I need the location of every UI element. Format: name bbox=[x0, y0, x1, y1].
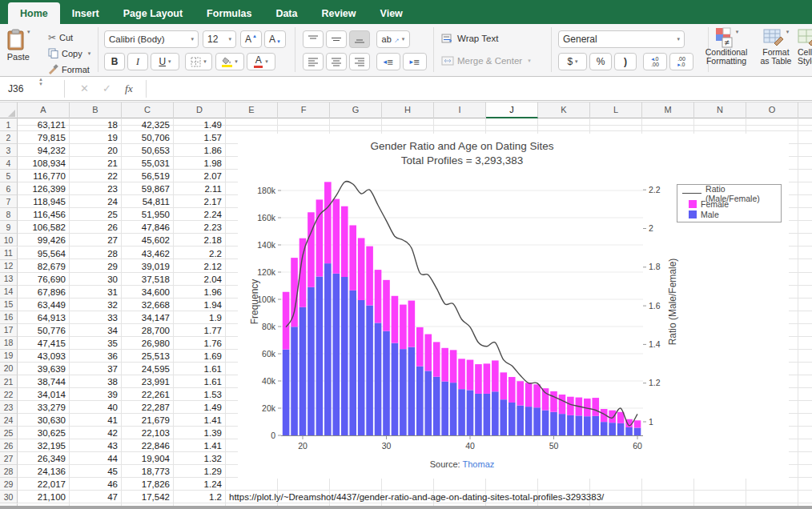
column-header-K[interactable]: K bbox=[538, 102, 590, 118]
row-header-8[interactable]: 8 bbox=[0, 208, 18, 221]
cell-D24[interactable]: 1.41 bbox=[174, 414, 226, 427]
tab-data[interactable]: Data bbox=[263, 2, 309, 24]
tab-home[interactable]: Home bbox=[8, 2, 60, 24]
cell-A29[interactable]: 22,017 bbox=[18, 478, 70, 491]
cell-A12[interactable]: 82,679 bbox=[18, 260, 70, 273]
align-bottom-button[interactable] bbox=[349, 30, 370, 48]
cell-D26[interactable]: 1.41 bbox=[174, 439, 226, 452]
cell-C4[interactable]: 55,031 bbox=[122, 157, 174, 170]
cell-C2[interactable]: 50,706 bbox=[122, 131, 174, 144]
column-header-B[interactable]: B bbox=[70, 102, 122, 118]
cell-D8[interactable]: 2.24 bbox=[174, 208, 226, 221]
cell-C9[interactable]: 47,846 bbox=[122, 221, 174, 234]
cell-B18[interactable]: 35 bbox=[70, 337, 122, 350]
cell-B29[interactable]: 46 bbox=[70, 478, 122, 491]
cell-A5[interactable]: 116,770 bbox=[18, 170, 70, 182]
copy-button[interactable]: Copy ▾ bbox=[48, 48, 90, 58]
comma-format-button[interactable]: ) bbox=[614, 53, 637, 70]
cell-C27[interactable]: 19,904 bbox=[122, 452, 174, 465]
cell-A28[interactable]: 24,136 bbox=[18, 465, 70, 478]
cell-D23[interactable]: 1.49 bbox=[174, 401, 226, 414]
cell-B14[interactable]: 31 bbox=[70, 286, 122, 299]
row-header-3[interactable]: 3 bbox=[0, 144, 18, 157]
cell-B10[interactable]: 27 bbox=[70, 234, 122, 246]
cell-A24[interactable]: 30,630 bbox=[18, 414, 70, 427]
increase-indent-button[interactable]: ▸≣ bbox=[403, 53, 427, 70]
cell-C12[interactable]: 39,019 bbox=[122, 260, 174, 273]
cell-A20[interactable]: 39,639 bbox=[18, 363, 70, 375]
cell-B26[interactable]: 43 bbox=[70, 439, 122, 452]
enter-button[interactable]: ✓ bbox=[103, 77, 111, 100]
column-header-N[interactable]: N bbox=[694, 102, 746, 118]
font-color-button[interactable]: A ▾ bbox=[247, 53, 275, 70]
cell-B25[interactable]: 42 bbox=[70, 427, 122, 439]
merge-center-button[interactable]: Merge & Center ▾ bbox=[441, 56, 531, 66]
cell-B6[interactable]: 23 bbox=[70, 182, 122, 195]
tab-review[interactable]: Review bbox=[309, 2, 368, 24]
cell-C21[interactable]: 23,991 bbox=[122, 375, 174, 388]
cell-B27[interactable]: 44 bbox=[70, 452, 122, 465]
row-header-16[interactable]: 16 bbox=[0, 311, 18, 324]
cell-B11[interactable]: 28 bbox=[70, 247, 122, 260]
column-header-C[interactable]: C bbox=[122, 102, 174, 118]
cell-C8[interactable]: 51,950 bbox=[122, 208, 174, 221]
cell-B19[interactable]: 36 bbox=[70, 350, 122, 363]
cell-A25[interactable]: 30,625 bbox=[18, 427, 70, 439]
row-header-29[interactable]: 29 bbox=[0, 478, 18, 491]
cell-A13[interactable]: 76,690 bbox=[18, 273, 70, 286]
cell-D25[interactable]: 1.39 bbox=[174, 427, 226, 439]
cell-D9[interactable]: 2.23 bbox=[174, 221, 226, 234]
cell-D4[interactable]: 1.98 bbox=[174, 157, 226, 170]
row-header-18[interactable]: 18 bbox=[0, 337, 18, 350]
decrease-indent-button[interactable]: ◂≣ bbox=[376, 53, 400, 70]
cell-C29[interactable]: 17,826 bbox=[122, 478, 174, 491]
cell-D16[interactable]: 1.9 bbox=[174, 311, 226, 324]
cell-D22[interactable]: 1.53 bbox=[174, 388, 226, 401]
align-right-button[interactable] bbox=[349, 53, 370, 70]
cell-C22[interactable]: 22,261 bbox=[122, 388, 174, 401]
cell-A3[interactable]: 94,232 bbox=[18, 144, 70, 157]
cell-D6[interactable]: 2.11 bbox=[174, 182, 226, 195]
cell-C3[interactable]: 50,653 bbox=[122, 144, 174, 157]
cell-A26[interactable]: 32,195 bbox=[18, 439, 70, 452]
cell-A11[interactable]: 95,564 bbox=[18, 247, 70, 260]
cell-D3[interactable]: 1.86 bbox=[174, 144, 226, 157]
cell-A27[interactable]: 26,349 bbox=[18, 452, 70, 465]
cell-C19[interactable]: 25,513 bbox=[122, 350, 174, 363]
tab-formulas[interactable]: Formulas bbox=[195, 2, 263, 24]
cell-C25[interactable]: 22,103 bbox=[122, 427, 174, 439]
row-header-24[interactable]: 24 bbox=[0, 414, 18, 427]
cell-C10[interactable]: 45,602 bbox=[122, 234, 174, 246]
column-header-G[interactable]: G bbox=[330, 102, 382, 118]
row-header-9[interactable]: 9 bbox=[0, 221, 18, 234]
cell-C18[interactable]: 26,980 bbox=[122, 337, 174, 350]
cell-A18[interactable]: 47,415 bbox=[18, 337, 70, 350]
column-header-E[interactable]: E bbox=[226, 102, 278, 118]
cell-D14[interactable]: 1.96 bbox=[174, 286, 226, 299]
cell-C5[interactable]: 56,519 bbox=[122, 170, 174, 182]
column-header-M[interactable]: M bbox=[642, 102, 694, 118]
grow-font-button[interactable]: A▲ bbox=[240, 30, 262, 48]
conditional-formatting-button[interactable]: ≠ ▾ Conditional Formatting bbox=[700, 27, 753, 66]
cell-C13[interactable]: 37,518 bbox=[122, 273, 174, 286]
row-header-13[interactable]: 13 bbox=[0, 273, 18, 286]
cell-D17[interactable]: 1.77 bbox=[174, 324, 226, 337]
cell-A30[interactable]: 21,100 bbox=[18, 491, 70, 503]
borders-button[interactable]: ▾ bbox=[185, 53, 212, 70]
cell-D13[interactable]: 2.04 bbox=[174, 273, 226, 286]
cell-C20[interactable]: 24,595 bbox=[122, 363, 174, 375]
column-header-H[interactable]: H bbox=[382, 102, 434, 118]
underline-button[interactable]: U ▾ bbox=[151, 53, 179, 70]
cell-B5[interactable]: 22 bbox=[70, 170, 122, 182]
row-header-25[interactable]: 25 bbox=[0, 427, 18, 439]
font-size-select[interactable]: 12 ▾ bbox=[203, 30, 236, 48]
cell-B15[interactable]: 32 bbox=[70, 299, 122, 311]
cell-C11[interactable]: 43,462 bbox=[122, 247, 174, 260]
cell-C15[interactable]: 32,668 bbox=[122, 299, 174, 311]
row-header-17[interactable]: 17 bbox=[0, 324, 18, 337]
font-name-select[interactable]: Calibri (Body) ▾ bbox=[104, 30, 199, 48]
cell-D1[interactable]: 1.49 bbox=[174, 118, 226, 131]
cell-D21[interactable]: 1.61 bbox=[174, 375, 226, 388]
cell-C28[interactable]: 18,773 bbox=[122, 465, 174, 478]
cell-A4[interactable]: 108,934 bbox=[18, 157, 70, 170]
